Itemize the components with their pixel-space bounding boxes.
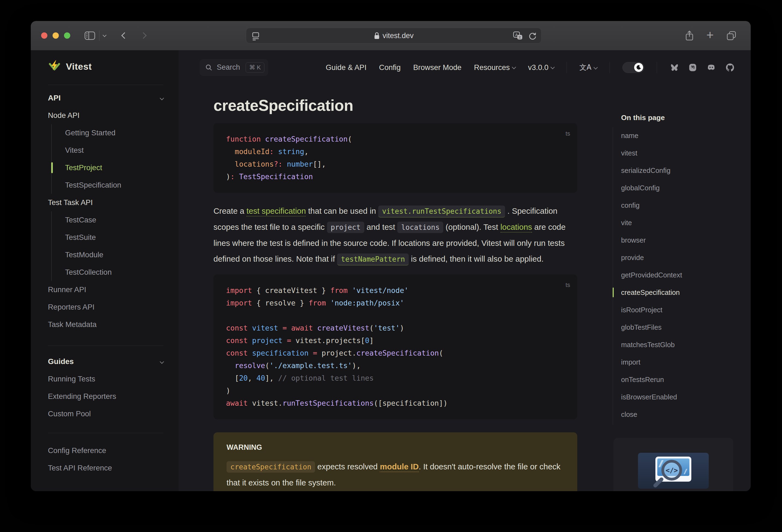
inline-link[interactable]: vitest.runTestSpecifications [378, 206, 505, 217]
chevron-down-icon [550, 65, 555, 69]
reader-view-icon[interactable] [252, 32, 260, 41]
nav-link[interactable]: Browser Mode [413, 63, 462, 72]
nav-link[interactable]: v3.0.0 [528, 63, 554, 72]
inline-link[interactable]: locations [500, 222, 532, 233]
code-lines: function createSpecification( moduleId: … [226, 133, 565, 183]
toc-item[interactable]: vitest [613, 144, 738, 162]
chevron-down-icon [594, 65, 598, 70]
discord-icon[interactable] [706, 63, 716, 72]
toc-item[interactable]: browser [613, 232, 738, 249]
minimize-window-button[interactable] [52, 32, 59, 39]
sidebar-section-api[interactable]: API [48, 89, 164, 107]
page-title: createSpecification [213, 96, 577, 114]
warning-callout: WARNING createSpecification expects reso… [213, 432, 577, 491]
code-lines: import { createVitest } from 'vitest/nod… [226, 284, 565, 410]
bluesky-icon[interactable] [670, 63, 679, 72]
toc-item[interactable]: provide [613, 249, 738, 266]
address-bar[interactable]: vitest.dev A 文 [246, 28, 541, 43]
search-label: Search [217, 63, 242, 72]
code-lang-badge: ts [566, 128, 570, 140]
search-kbd: ⌘ K [246, 62, 264, 73]
chevron-down-icon[interactable] [103, 33, 106, 37]
toc-item[interactable]: vite [613, 214, 738, 232]
toc-item[interactable]: serializedConfig [613, 162, 738, 179]
theme-toggle[interactable] [623, 62, 644, 73]
toc-item[interactable]: close [613, 406, 738, 423]
sidebar-link[interactable]: Extending Reporters [48, 388, 164, 405]
code-block-example: ts import { createVitest } from 'vitest/… [213, 275, 577, 419]
reload-icon[interactable] [528, 31, 537, 41]
nav-divider [610, 62, 610, 73]
sidebar-label-test-task-api[interactable]: Test Task API [48, 194, 164, 211]
doc-article: createSpecification ts function createSp… [213, 84, 577, 491]
toc-item[interactable]: matchesTestGlob [613, 336, 738, 353]
sidebar-section-guides[interactable]: Guides [48, 353, 164, 370]
nav-link[interactable]: Resources [474, 63, 516, 72]
share-icon[interactable] [685, 30, 694, 41]
sponsor-card[interactable]: </> [613, 438, 733, 491]
back-button[interactable] [122, 33, 127, 38]
chevron-down-icon [512, 65, 516, 69]
github-icon[interactable] [725, 63, 735, 72]
sidebar-toggle-icon[interactable] [84, 31, 95, 40]
warning-title: WARNING [226, 443, 564, 452]
search-icon [205, 64, 213, 71]
inline-code: createSpecification [226, 461, 315, 473]
translate-icon[interactable]: A 文 [513, 31, 523, 41]
tab-overview-icon[interactable] [726, 31, 737, 41]
browser-window: vitest.dev A 文 [31, 21, 751, 491]
new-tab-icon[interactable]: + [706, 29, 714, 41]
on-this-page: On this page namevitestserializedConfigg… [613, 84, 738, 423]
inline-link[interactable]: testNamePattern [337, 253, 409, 265]
code-glyph: </> [666, 466, 678, 474]
sidebar-link[interactable]: Test API Reference [48, 459, 164, 477]
toc-item[interactable]: isRootProject [613, 301, 738, 319]
nav-divider [657, 62, 657, 73]
sidebar-item[interactable]: TestSpecification [52, 176, 164, 194]
language-menu-button[interactable]: 文A [579, 63, 597, 72]
sidebar-label-node-api[interactable]: Node API [48, 107, 164, 124]
toc-title: On this page [613, 112, 738, 123]
mastodon-icon[interactable] [688, 63, 697, 72]
nav-link[interactable]: Config [379, 63, 401, 72]
forward-button[interactable] [141, 33, 146, 38]
warning-body: createSpecification expects resolved mod… [226, 459, 564, 491]
toc-item[interactable]: createSpecification [613, 284, 738, 301]
magnifier-icon: </> [662, 460, 682, 481]
sidebar-item[interactable]: TestModule [52, 246, 164, 263]
moon-icon [636, 64, 642, 70]
sidebar-api-links: Runner APIReporters APITask Metadata [48, 281, 164, 333]
sidebar-item[interactable]: TestSuite [52, 229, 164, 246]
inline-link[interactable]: module ID [380, 462, 419, 472]
toc-item[interactable]: onTestsRerun [613, 371, 738, 388]
toc-item[interactable]: globTestFiles [613, 319, 738, 336]
search-button[interactable]: Search ⌘ K [200, 59, 268, 76]
nav-divider [567, 62, 567, 73]
inline-link[interactable]: test specification [246, 206, 306, 216]
zoom-window-button[interactable] [64, 32, 70, 39]
toc-item[interactable]: globalConfig [613, 179, 738, 197]
sidebar-link[interactable]: Running Tests [48, 370, 164, 388]
toc-item[interactable]: config [613, 197, 738, 214]
sidebar-divider [48, 433, 164, 433]
toc-item[interactable]: isBrowserEnabled [613, 388, 738, 406]
toc-item[interactable]: getProvidedContext [613, 266, 738, 284]
sidebar-link[interactable]: Task Metadata [48, 316, 164, 333]
toc-list: namevitestserializedConfigglobalConfigco… [613, 127, 738, 423]
sidebar-link[interactable]: Runner API [48, 281, 164, 298]
inline-code: locations [397, 222, 443, 233]
sidebar-link[interactable]: Config Reference [48, 442, 164, 459]
sidebar-link[interactable]: Custom Pool [48, 405, 164, 423]
vitest-logo[interactable]: Vitest [48, 59, 164, 74]
description-paragraph: Create a test specification that can be … [213, 203, 577, 267]
sidebar-link[interactable]: Reporters API [48, 298, 164, 316]
sidebar-item[interactable]: Vitest [52, 142, 164, 159]
toc-item[interactable]: import [613, 353, 738, 371]
toc-item[interactable]: name [613, 127, 738, 144]
sidebar-item[interactable]: TestProject [52, 159, 164, 176]
sidebar-item[interactable]: TestCollection [52, 263, 164, 281]
nav-link[interactable]: Guide & API [326, 63, 366, 72]
sidebar-item[interactable]: Getting Started [52, 124, 164, 142]
sidebar-item[interactable]: TestCase [52, 211, 164, 229]
close-window-button[interactable] [41, 32, 47, 39]
